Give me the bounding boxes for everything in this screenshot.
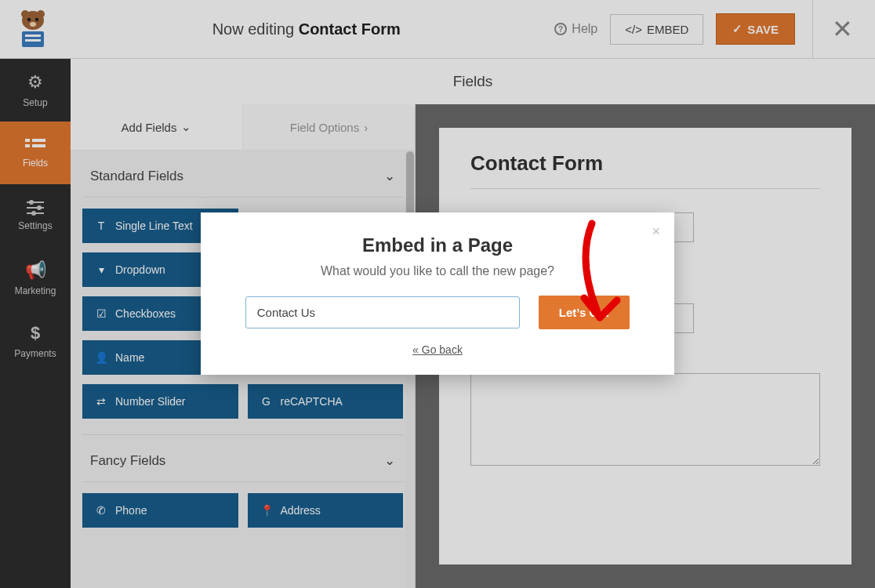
modal-title: Embed in a Page [229, 234, 646, 256]
lets-go-button[interactable]: Let’s Go! [539, 296, 630, 329]
embed-modal: × Embed in a Page What would you like to… [201, 212, 674, 375]
modal-close-button[interactable]: × [652, 223, 660, 240]
page-name-input[interactable] [245, 296, 520, 328]
modal-subtitle: What would you like to call the new page… [229, 264, 646, 278]
go-back-link[interactable]: « Go back [229, 343, 646, 356]
modal-form-row: Let’s Go! [229, 296, 646, 329]
